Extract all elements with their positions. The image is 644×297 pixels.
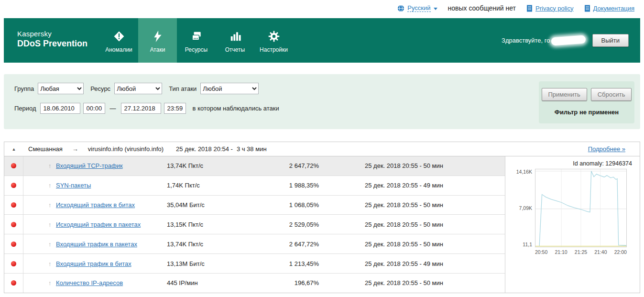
nav-label-anomalies: Аномалии xyxy=(105,46,132,53)
globe-icon xyxy=(397,5,404,12)
resource-select[interactable]: Любой xyxy=(114,83,162,94)
up-arrow-icon: ↑ xyxy=(48,221,56,228)
row-main: ↑ Исходящий трафик в пакетах 13,15K Пкт/… xyxy=(23,215,505,234)
attack-value-cell: 445 IP/мин xyxy=(167,279,258,286)
time-from-input[interactable] xyxy=(83,103,105,114)
red-status-icon xyxy=(11,280,16,286)
attack-name-cell: Исходящий трафик в пакетах xyxy=(56,221,167,228)
bar-chart-icon xyxy=(229,30,242,43)
up-arrow-icon: ↑ xyxy=(48,279,56,286)
documentation-link[interactable]: Документация xyxy=(584,5,635,12)
attack-type-filter-label: Тип атаки xyxy=(169,85,196,92)
chevron-down-icon xyxy=(434,8,437,10)
row-main: ↑ Количество IP-адресов 445 IP/мин 196,6… xyxy=(23,274,505,293)
attack-rows: ↑ Входящий TCP-трафик 13,74K Пкт/с 2 647… xyxy=(4,156,505,293)
attack-name-link[interactable]: Входящий TCP-трафик xyxy=(56,162,123,169)
attack-time-cell: 25 дек. 2018 20:55 - 50 мин xyxy=(365,221,443,228)
table-row[interactable]: ↑ Входящий TCP-трафик 13,74K Пкт/с 2 647… xyxy=(4,156,505,176)
chart-x-tick: 20:50 xyxy=(535,249,547,255)
attack-group-datetime: 25 дек. 2018 20:54 - xyxy=(176,145,233,153)
status-cell xyxy=(4,234,23,253)
attack-name-link[interactable]: Количество IP-адресов xyxy=(56,279,123,286)
nav-label-settings: Настройки xyxy=(260,46,288,53)
privacy-policy-link[interactable]: Privacy policy xyxy=(526,5,573,12)
lightning-icon xyxy=(151,30,164,43)
details-link[interactable]: Подробнее » xyxy=(588,145,625,153)
table-row[interactable]: ↑ Входящий трафик в пакетах 13,74K Пкт/с… xyxy=(4,234,505,254)
logo-line2: DDoS Prevention xyxy=(17,39,99,49)
red-status-icon xyxy=(11,183,16,188)
filter-buttons: Применить Сбросить xyxy=(542,88,632,101)
chart-x-tick: 21:40 xyxy=(594,249,607,255)
chart-x-tick: 21:25 xyxy=(575,249,587,255)
row-main: ↑ Входящий трафик в битах 13,13M Бит/с 1… xyxy=(23,254,505,273)
messages-status: новых сообщений нет xyxy=(448,4,516,12)
tab-settings[interactable]: Настройки xyxy=(254,18,293,63)
table-row[interactable]: ↑ Исходящий трафик в пакетах 13,15K Пкт/… xyxy=(4,215,505,234)
attack-type-select[interactable]: Любой xyxy=(200,83,259,94)
attack-value-cell: 13,74K Пкт/с xyxy=(167,241,258,248)
redacted-username xyxy=(551,35,586,46)
table-row[interactable]: ↑ SYN-пакеты 1,74K Пкт/с 1 988,35% 25 де… xyxy=(4,176,505,196)
attacks-table: ▲ Смешанная → virusinfo.info (virusinfo.… xyxy=(4,142,640,293)
attack-percent-cell: 2 529,05% xyxy=(258,221,319,228)
tab-reports[interactable]: Отчеты xyxy=(216,18,254,63)
app-header: Kaspersky DDoS Prevention Аномалии Атаки xyxy=(4,18,640,63)
status-cell xyxy=(4,254,23,273)
attack-value-cell: 13,13M Бит/с xyxy=(167,260,258,267)
attack-name-link[interactable]: SYN-пакеты xyxy=(56,182,91,189)
resource-filter-label: Ресурс xyxy=(90,85,110,92)
attack-name-link[interactable]: Входящий трафик в пакетах xyxy=(56,241,137,248)
chart-y-tick-top: 14,16K xyxy=(516,169,532,175)
attack-percent-cell: 1 068,05% xyxy=(258,201,319,209)
up-arrow-icon: ↑ xyxy=(48,162,56,169)
attack-group-type: Смешанная xyxy=(28,145,63,153)
date-to-input[interactable] xyxy=(121,103,161,114)
anomaly-chart-svg xyxy=(535,169,626,247)
chart-y-tick-bottom: 11,1 xyxy=(523,242,532,247)
attack-percent-cell: 196,67% xyxy=(258,279,319,286)
attack-group-header: ▲ Смешанная → virusinfo.info (virusinfo.… xyxy=(4,142,640,156)
user-box: Здравствуйте, го Выйти xyxy=(502,18,640,63)
up-arrow-icon: ↑ xyxy=(48,241,56,248)
apply-button[interactable]: Применить xyxy=(542,88,587,101)
attack-name-link[interactable]: Исходящий трафик в пакетах xyxy=(56,221,141,228)
tab-attacks[interactable]: Атаки xyxy=(138,18,177,63)
collapse-toggle[interactable]: ▲ xyxy=(4,147,23,152)
attack-time-cell: 25 дек. 2018 20:55 - 50 мин xyxy=(365,201,443,209)
language-selector[interactable]: Русский xyxy=(397,4,437,12)
row-main: ↑ Входящий трафик в пакетах 13,74K Пкт/с… xyxy=(23,234,505,253)
table-body: ↑ Входящий TCP-трафик 13,74K Пкт/с 2 647… xyxy=(4,156,640,293)
resources-icon xyxy=(190,30,203,43)
kaspersky-logo: Kaspersky DDoS Prevention xyxy=(4,18,99,63)
tab-anomalies[interactable]: Аномалии xyxy=(99,18,138,63)
attack-value-cell: 1,74K Пкт/с xyxy=(167,182,258,189)
red-status-icon xyxy=(11,222,16,227)
table-row[interactable]: ↑ Входящий трафик в битах 13,13M Бит/с 1… xyxy=(4,254,505,274)
table-row[interactable]: ↑ Исходящий трафик в битах 35,04M Бит/с … xyxy=(4,196,505,215)
red-status-icon xyxy=(11,163,16,168)
status-cell xyxy=(4,156,23,176)
period-label: Период xyxy=(14,105,36,112)
attack-name-cell: Входящий трафик в битах xyxy=(56,260,167,267)
table-row[interactable]: ↑ Количество IP-адресов 445 IP/мин 196,6… xyxy=(4,274,505,293)
time-to-input[interactable] xyxy=(164,103,186,114)
attack-name-link[interactable]: Входящий трафик в битах xyxy=(56,260,131,267)
privacy-policy-label: Privacy policy xyxy=(535,5,573,12)
attack-percent-cell: 1 213,45% xyxy=(258,260,319,267)
greeting-text: Здравствуйте, го xyxy=(502,37,550,44)
warning-diamond-icon xyxy=(112,30,126,43)
apply-panel: Применить Сбросить Фильтр не применен xyxy=(539,81,634,123)
chart-x-axis: 20:5021:1021:2521:4022:00 xyxy=(535,247,627,255)
reset-button[interactable]: Сбросить xyxy=(591,88,632,101)
group-select[interactable]: Любая xyxy=(38,83,84,94)
period-separator: — xyxy=(110,105,116,112)
nav-label-reports: Отчеты xyxy=(225,46,245,53)
attack-name-link[interactable]: Исходящий трафик в битах xyxy=(56,201,135,209)
documentation-label: Документация xyxy=(593,5,635,12)
row-main: ↑ SYN-пакеты 1,74K Пкт/с 1 988,35% 25 де… xyxy=(23,176,505,195)
logout-button[interactable]: Выйти xyxy=(592,34,629,47)
attack-value-cell: 13,15K Пкт/с xyxy=(167,221,258,228)
tab-resources[interactable]: Ресурсы xyxy=(177,18,216,63)
date-from-input[interactable] xyxy=(40,103,80,114)
